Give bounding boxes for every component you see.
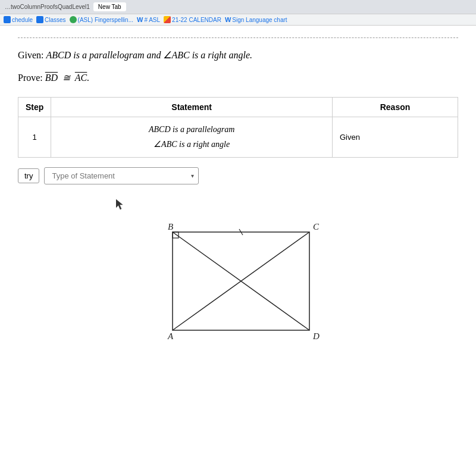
vertex-C-label: C <box>313 222 320 231</box>
asl-spell-icon <box>70 16 77 23</box>
given-label: Given: <box>18 50 46 60</box>
hash-icon: W <box>137 16 143 23</box>
vertex-A-label: A <box>167 331 174 341</box>
diagram-container: B C A D <box>18 220 458 351</box>
try-button[interactable]: try <box>18 168 39 183</box>
given-line: Given: ABCD is a parallelogram and ∠ABC … <box>18 48 458 63</box>
top-divider <box>18 37 458 38</box>
ac-segment: AC <box>75 73 87 83</box>
nav-bar: chedule Classes (ASL) Fingerspellin... W… <box>0 14 476 26</box>
statement-cell: ABCD is a parallelogram ∠ABC is a right … <box>51 117 333 157</box>
nav-calendar[interactable]: 21-22 CALENDAR <box>164 16 221 23</box>
svg-marker-0 <box>116 199 123 209</box>
reason-cell: Given <box>332 117 458 157</box>
statement-dropdown-wrapper: ▾ <box>44 167 199 184</box>
tab-new[interactable]: New Tab <box>93 2 126 11</box>
main-content: Given: ABCD is a parallelogram and ∠ABC … <box>0 26 476 476</box>
nav-asl-spell[interactable]: (ASL) Fingerspellin... <box>70 16 133 23</box>
browser-bar: …twoColumnProofsQuadLevel1 New Tab <box>0 0 476 14</box>
proof-table: Step Statement Reason 1 ABCD is a parall… <box>18 97 458 157</box>
statement-line1: ABCD is a parallelogram <box>58 122 325 137</box>
col-step: Step <box>18 98 51 117</box>
vertex-B-label: B <box>168 222 173 231</box>
nav-sign-chart[interactable]: W Sign Language chart <box>225 16 287 23</box>
prove-label: Prove: <box>18 73 45 83</box>
col-reason: Reason <box>332 98 458 117</box>
given-statement: ABCD is a parallelogram and ∠ABC is a ri… <box>46 50 252 60</box>
schedule-icon <box>4 16 11 23</box>
bd-segment: BD <box>45 73 58 83</box>
step-number: 1 <box>18 117 51 157</box>
mouse-cursor <box>116 199 124 212</box>
statement-line2: ∠ABC is a right angle <box>58 137 325 152</box>
vertex-D-label: D <box>312 331 320 341</box>
nav-schedule[interactable]: chedule <box>4 16 33 23</box>
prove-line: Prove: BD ≅ AC. <box>18 70 458 86</box>
url-fragment: …twoColumnProofsQuadLevel1 <box>5 4 90 10</box>
statement-input[interactable] <box>44 167 199 184</box>
col-statement: Statement <box>51 98 333 117</box>
sign-chart-icon: W <box>225 16 231 23</box>
nav-asl-hash[interactable]: W # ASL <box>137 16 160 23</box>
prove-statement: BD ≅ AC. <box>45 73 90 83</box>
table-row: 1 ABCD is a parallelogram ∠ABC is a righ… <box>18 117 458 157</box>
cursor-area <box>18 196 458 214</box>
calendar-icon <box>164 16 171 23</box>
nav-classes[interactable]: Classes <box>36 16 66 23</box>
try-row: try ▾ <box>18 167 458 184</box>
classes-icon <box>36 16 43 23</box>
proof-diagram: B C A D <box>125 220 351 351</box>
